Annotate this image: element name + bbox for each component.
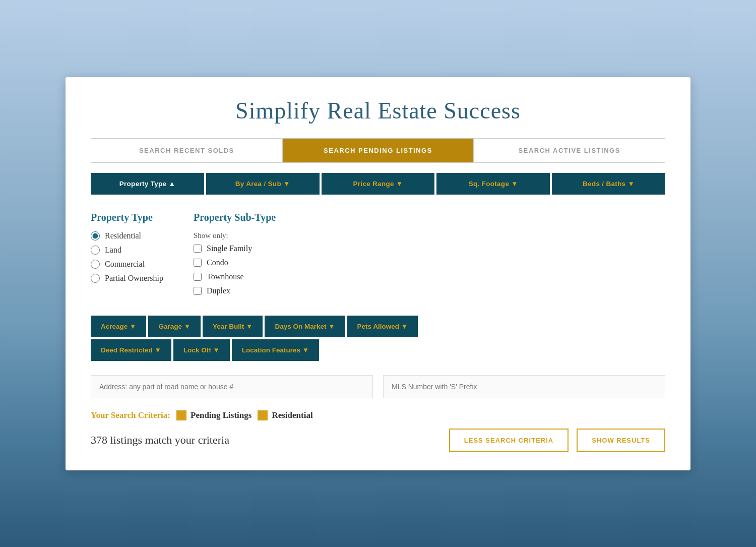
main-card: Simplify Real Estate Success SEARCH RECE… xyxy=(66,77,690,470)
property-section: Property Type Residential Land Commercia… xyxy=(91,207,665,300)
filter-pets-allowed[interactable]: Pets Allowed ▼ xyxy=(347,316,418,337)
checkbox-single-family[interactable]: Single Family xyxy=(194,244,276,253)
show-results-button[interactable]: SHOW RESULTS xyxy=(577,429,665,452)
filter-price-range[interactable]: Price Range ▼ xyxy=(322,173,435,195)
filter-garage[interactable]: Garage ▼ xyxy=(148,316,201,337)
criteria-tag-residential: Residential xyxy=(258,410,312,420)
filter-deed-restricted[interactable]: Deed Restricted ▼ xyxy=(91,339,171,361)
filter-sq-footage[interactable]: Sq. Footage ▼ xyxy=(436,173,550,195)
property-type-title: Property Type xyxy=(91,212,163,223)
criteria-square-pending xyxy=(176,410,186,420)
criteria-tag-pending: Pending Listings xyxy=(176,410,251,420)
filter-acreage[interactable]: Acreage ▼ xyxy=(91,316,146,337)
filter-bar-1: Property Type ▲ By Area / Sub ▼ Price Ra… xyxy=(91,173,665,195)
tab-active-listings[interactable]: SEARCH ACTIVE LISTINGS xyxy=(474,139,665,162)
page-title: Simplify Real Estate Success xyxy=(91,97,665,124)
filter-beds-baths[interactable]: Beds / Baths ▼ xyxy=(552,173,665,195)
checkbox-townhouse[interactable]: Townhouse xyxy=(194,272,276,281)
radio-residential[interactable]: Residential xyxy=(91,231,163,240)
mls-input[interactable] xyxy=(383,375,665,398)
listings-count: 378 listings match your criteria xyxy=(91,434,229,447)
filter-bar-3: Deed Restricted ▼ Lock Off ▼ Location Fe… xyxy=(91,339,665,361)
address-input[interactable] xyxy=(91,375,373,398)
bottom-row: 378 listings match your criteria LESS SE… xyxy=(91,429,665,452)
filter-lock-off[interactable]: Lock Off ▼ xyxy=(173,339,230,361)
radio-land[interactable]: Land xyxy=(91,246,163,255)
criteria-label: Your Search Criteria: xyxy=(91,410,170,420)
criteria-row: Your Search Criteria: Pending Listings R… xyxy=(91,410,665,420)
less-criteria-button[interactable]: LESS SEARCH CRITERIA xyxy=(449,429,569,452)
tab-row: SEARCH RECENT SOLDS SEARCH PENDING LISTI… xyxy=(91,138,665,163)
filter-days-on-market[interactable]: Days On Market ▼ xyxy=(265,316,345,337)
property-type-panel: Property Type Residential Land Commercia… xyxy=(91,212,163,295)
filter-property-type[interactable]: Property Type ▲ xyxy=(91,173,204,195)
checkbox-condo[interactable]: Condo xyxy=(194,258,276,267)
filter-year-built[interactable]: Year Built ▼ xyxy=(203,316,263,337)
search-inputs-row xyxy=(91,375,665,398)
filter-by-area-sub[interactable]: By Area / Sub ▼ xyxy=(206,173,320,195)
tab-recent-solds[interactable]: SEARCH RECENT SOLDS xyxy=(91,139,283,162)
radio-commercial[interactable]: Commercial xyxy=(91,260,163,269)
property-type-options: Residential Land Commercial Partial Owne… xyxy=(91,231,163,283)
action-buttons: LESS SEARCH CRITERIA SHOW RESULTS xyxy=(449,429,665,452)
filter-bar-2: Acreage ▼ Garage ▼ Year Built ▼ Days On … xyxy=(91,316,665,337)
radio-partial-ownership[interactable]: Partial Ownership xyxy=(91,274,163,283)
tab-pending-listings[interactable]: SEARCH PENDING LISTINGS xyxy=(283,139,474,162)
property-sub-type-panel: Property Sub-Type Show only: Single Fami… xyxy=(194,212,276,295)
filter-location-features[interactable]: Location Features ▼ xyxy=(232,339,319,361)
criteria-square-residential xyxy=(258,410,268,420)
sub-type-options: Single Family Condo Townhouse Duplex xyxy=(194,244,276,295)
checkbox-duplex[interactable]: Duplex xyxy=(194,286,276,295)
property-sub-type-title: Property Sub-Type xyxy=(194,212,276,223)
show-only-label: Show only: xyxy=(194,231,276,240)
